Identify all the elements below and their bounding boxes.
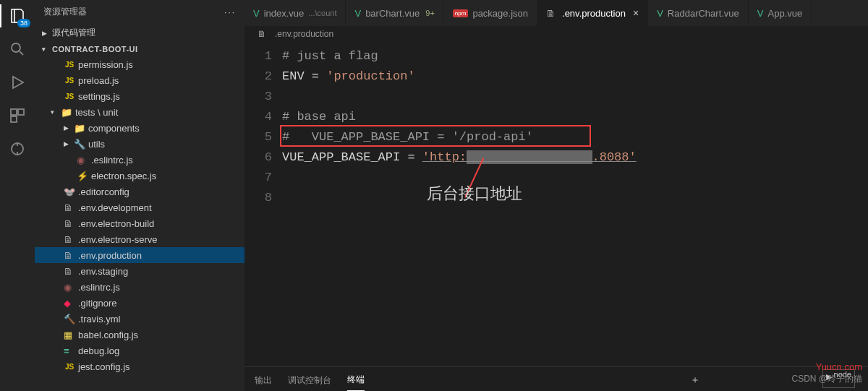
run-icon[interactable] <box>9 74 26 91</box>
file-item[interactable]: JSpreload.js <box>35 72 244 88</box>
gutter: 12345678 <box>244 42 282 366</box>
sync-icon[interactable] <box>9 140 26 158</box>
close-icon[interactable]: × <box>633 7 639 19</box>
tab[interactable]: npmpackage.json <box>444 0 537 26</box>
watermark: Yuucn.com <box>816 361 862 372</box>
file-item[interactable]: 🔨.travis.yml <box>35 311 244 327</box>
bottom-panel: 输出 调试控制台 终端 ▶ node ＋ <box>244 366 868 391</box>
tab[interactable]: Vindex.vue...\count <box>244 0 346 26</box>
folder-item[interactable]: ▶📁components <box>35 120 244 136</box>
scm-section[interactable]: ▶源代码管理 <box>35 24 244 42</box>
file-tree: JSpermission.js JSpreload.js JSsettings.… <box>35 56 244 391</box>
file-item[interactable]: ≡debug.log <box>35 343 244 358</box>
sidebar-header: 资源管理器 ··· <box>35 0 244 24</box>
file-item-active[interactable]: 🗎.env.production <box>35 247 244 263</box>
folder-item[interactable]: ▾📁tests \ unit <box>35 104 244 120</box>
breadcrumb[interactable]: 🗎.env.production <box>244 26 868 42</box>
svg-rect-2 <box>18 109 24 115</box>
explorer-icon[interactable]: 38 <box>9 7 26 25</box>
tab[interactable]: VApp.vue <box>749 0 812 26</box>
more-icon[interactable]: ··· <box>224 7 236 17</box>
search-icon[interactable] <box>9 40 26 58</box>
file-item[interactable]: 🗎.env.electron-build <box>35 215 244 231</box>
editor-tabs: Vindex.vue...\count VbarChart.vue9+ npmp… <box>244 0 868 26</box>
sidebar-title: 资源管理器 <box>43 6 87 18</box>
file-item[interactable]: JSjest.config.js <box>35 358 244 374</box>
file-item[interactable]: 🗎.env.electron-serve <box>35 231 244 247</box>
tab[interactable]: VRaddarChart.vue <box>648 0 749 26</box>
svg-point-0 <box>12 43 20 52</box>
csdn-attrib: CSDN @玲子的猫 <box>791 373 862 385</box>
panel-tab-debug[interactable]: 调试控制台 <box>288 374 331 391</box>
file-item[interactable]: 🗎.env.staging <box>35 263 244 279</box>
file-item[interactable]: ◆.gitignore <box>35 295 244 311</box>
file-item[interactable]: ◉.eslintrc.js <box>35 279 244 295</box>
folder-item[interactable]: ▶🔧utils <box>35 136 244 152</box>
file-item[interactable]: ▦babel.config.js <box>35 327 244 343</box>
activity-bar: 38 <box>0 0 35 391</box>
add-terminal-icon[interactable]: ＋ <box>690 374 700 391</box>
file-item[interactable]: 🗎.env.development <box>35 199 244 215</box>
file-item[interactable]: JSpermission.js <box>35 56 244 72</box>
code-body[interactable]: # just a flag ENV = 'production' # base … <box>282 42 868 366</box>
annotation-text: 后台接口地址 <box>427 184 522 204</box>
file-item[interactable]: 🐭.editorconfig <box>35 184 244 199</box>
panel-tab-terminal[interactable]: 终端 <box>347 374 365 391</box>
file-item[interactable]: ⚡electron.spec.js <box>35 168 244 184</box>
tab[interactable]: VbarChart.vue9+ <box>346 0 443 26</box>
file-item[interactable]: ◉.eslintrc.js <box>35 152 244 168</box>
panel-tab-output[interactable]: 输出 <box>255 374 272 391</box>
code-editor[interactable]: 12345678 # just a flag ENV = 'production… <box>244 42 868 366</box>
svg-rect-3 <box>11 116 17 122</box>
project-root[interactable]: ▾CONTRACT-BOOT-UI <box>35 42 244 56</box>
tab-active[interactable]: 🗎.env.production× <box>537 0 648 26</box>
svg-rect-1 <box>11 109 17 115</box>
main-editor-area: Vindex.vue...\count VbarChart.vue9+ npmp… <box>244 0 868 391</box>
file-item[interactable]: JSsettings.js <box>35 88 244 104</box>
sidebar: 资源管理器 ··· ▶源代码管理 ▾CONTRACT-BOOT-UI JSper… <box>35 0 244 391</box>
extensions-icon[interactable] <box>9 107 26 124</box>
explorer-badge: 38 <box>17 19 30 27</box>
